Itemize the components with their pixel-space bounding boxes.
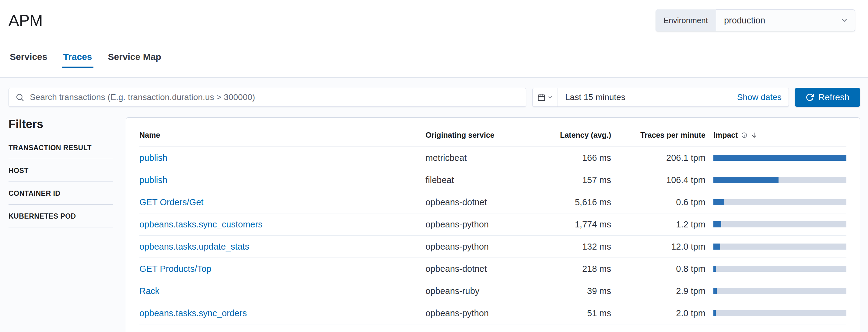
latency-cell: 51 ms bbox=[547, 308, 611, 318]
originating-service-cell: opbeans-dotnet bbox=[426, 264, 547, 274]
impact-bar bbox=[706, 310, 846, 316]
tab-traces[interactable]: Traces bbox=[62, 52, 93, 68]
latency-cell: 166 ms bbox=[547, 153, 611, 163]
traces-table-panel: Name Originating service Latency (avg.) … bbox=[126, 118, 860, 332]
originating-service-cell: opbeans-python bbox=[426, 220, 547, 230]
transaction-name-link[interactable]: GET Products/Top bbox=[140, 264, 426, 274]
filters-title: Filters bbox=[8, 118, 113, 131]
refresh-icon bbox=[806, 93, 814, 102]
sort-desc-icon bbox=[750, 132, 758, 139]
tab-bar: ServicesTracesService Map bbox=[0, 41, 868, 77]
transaction-name-link[interactable]: opbeans.tasks.sync_orders bbox=[140, 308, 426, 318]
calendar-menu-button[interactable] bbox=[532, 88, 558, 107]
impact-bar-track bbox=[713, 199, 846, 205]
originating-service-cell: opbeans-python bbox=[426, 242, 547, 252]
transaction-name-link[interactable]: Rack bbox=[140, 286, 426, 296]
column-impact-label: Impact bbox=[713, 131, 738, 139]
table-row: opbeans.tasks.update_stats opbeans-pytho… bbox=[140, 236, 846, 258]
latency-cell: 1,774 ms bbox=[547, 220, 611, 230]
filter-section-transaction-result[interactable]: TRANSACTION RESULT bbox=[8, 136, 113, 159]
toolbar: Last 15 minutes Show dates Refresh bbox=[0, 88, 868, 107]
refresh-button[interactable]: Refresh bbox=[795, 88, 860, 107]
originating-service-cell: opbeans-ruby bbox=[426, 286, 547, 296]
date-picker: Last 15 minutes Show dates bbox=[532, 88, 789, 107]
info-icon bbox=[741, 132, 747, 138]
impact-bar-fill bbox=[713, 243, 720, 250]
environment-value: production bbox=[716, 9, 840, 31]
page-content: Filters TRANSACTION RESULTHOSTCONTAINER … bbox=[0, 111, 868, 332]
impact-bar-fill bbox=[713, 155, 846, 161]
table-row: opbeans.tasks.sync_orders opbeans-python… bbox=[140, 302, 846, 324]
impact-bar bbox=[706, 221, 846, 227]
chevron-down-icon bbox=[840, 9, 855, 31]
latency-cell: 218 ms bbox=[547, 264, 611, 274]
table-body: publish metricbeat 166 ms 206.1 tpm publ… bbox=[140, 147, 846, 332]
calendar-icon bbox=[537, 93, 546, 102]
impact-bar bbox=[706, 199, 846, 205]
transaction-name-link[interactable]: publish bbox=[140, 175, 426, 185]
filters-sidebar: Filters TRANSACTION RESULTHOSTCONTAINER … bbox=[8, 111, 113, 227]
time-range-value[interactable]: Last 15 minutes bbox=[558, 92, 737, 102]
tpm-cell: 0.6 tpm bbox=[611, 197, 706, 207]
environment-select[interactable]: Environment production bbox=[656, 9, 855, 31]
search-box bbox=[8, 88, 526, 107]
filter-section-host[interactable]: HOST bbox=[8, 159, 113, 182]
table-row: GET Orders/Get opbeans-dotnet 5,616 ms 0… bbox=[140, 191, 846, 213]
originating-service-cell: metricbeat bbox=[426, 153, 547, 163]
table-row: publish metricbeat 166 ms 206.1 tpm bbox=[140, 147, 846, 169]
transaction-name-link[interactable]: opbeans.tasks.sync_customers bbox=[140, 220, 426, 230]
transaction-name-link[interactable]: GET Orders/Get bbox=[140, 197, 426, 207]
tpm-cell: 206.1 tpm bbox=[611, 153, 706, 163]
impact-bar-track bbox=[713, 288, 846, 294]
filter-section-kubernetes-pod[interactable]: KUBERNETES POD bbox=[8, 205, 113, 227]
tpm-cell: 0.3 tpm bbox=[611, 330, 706, 332]
tab-services[interactable]: Services bbox=[8, 52, 49, 68]
impact-bar-fill bbox=[713, 177, 778, 183]
table-row: GET opbeans.views.product_customers opbe… bbox=[140, 324, 846, 332]
originating-service-cell: filebeat bbox=[426, 175, 547, 185]
impact-bar-fill bbox=[713, 310, 716, 316]
tpm-cell: 0.8 tpm bbox=[611, 264, 706, 274]
impact-bar bbox=[706, 243, 846, 250]
filter-sections: TRANSACTION RESULTHOSTCONTAINER IDKUBERN… bbox=[8, 136, 113, 227]
search-input[interactable] bbox=[30, 92, 520, 102]
impact-bar-track bbox=[713, 155, 846, 161]
impact-bar bbox=[706, 155, 846, 161]
impact-bar bbox=[706, 266, 846, 272]
impact-bar-track bbox=[713, 221, 846, 227]
impact-bar-track bbox=[713, 310, 846, 316]
latency-cell: 225 ms bbox=[547, 330, 611, 332]
transaction-name-link[interactable]: GET opbeans.views.product_customers bbox=[140, 330, 426, 332]
column-traces-per-minute[interactable]: Traces per minute bbox=[611, 131, 706, 139]
impact-bar-fill bbox=[713, 266, 716, 272]
table-row: GET Products/Top opbeans-dotnet 218 ms 0… bbox=[140, 258, 846, 280]
table-row: Rack opbeans-ruby 39 ms 2.9 tpm bbox=[140, 280, 846, 302]
impact-bar bbox=[706, 288, 846, 294]
latency-cell: 132 ms bbox=[547, 242, 611, 252]
column-name: Name bbox=[140, 131, 426, 139]
environment-label: Environment bbox=[656, 9, 716, 31]
column-impact[interactable]: Impact bbox=[706, 131, 846, 139]
show-dates-link[interactable]: Show dates bbox=[737, 92, 789, 102]
filter-section-container-id[interactable]: CONTAINER ID bbox=[8, 182, 113, 205]
transaction-name-link[interactable]: publish bbox=[140, 153, 426, 163]
column-latency[interactable]: Latency (avg.) bbox=[547, 131, 611, 139]
column-originating-service: Originating service bbox=[426, 131, 547, 139]
table-header: Name Originating service Latency (avg.) … bbox=[140, 124, 846, 147]
impact-bar bbox=[706, 177, 846, 183]
chevron-down-icon bbox=[548, 95, 553, 100]
impact-bar-fill bbox=[713, 221, 721, 227]
app-title: APM bbox=[8, 11, 43, 30]
impact-bar-fill bbox=[713, 288, 717, 294]
latency-cell: 39 ms bbox=[547, 286, 611, 296]
transaction-name-link[interactable]: opbeans.tasks.update_stats bbox=[140, 242, 426, 252]
latency-cell: 5,616 ms bbox=[547, 197, 611, 207]
refresh-button-label: Refresh bbox=[818, 92, 849, 102]
originating-service-cell: opbeans-python bbox=[426, 330, 547, 332]
originating-service-cell: opbeans-dotnet bbox=[426, 197, 547, 207]
table-row: opbeans.tasks.sync_customers opbeans-pyt… bbox=[140, 213, 846, 236]
impact-bar-fill bbox=[713, 199, 724, 205]
tab-service-map[interactable]: Service Map bbox=[107, 52, 162, 68]
impact-bar-track bbox=[713, 243, 846, 250]
originating-service-cell: opbeans-python bbox=[426, 308, 547, 318]
